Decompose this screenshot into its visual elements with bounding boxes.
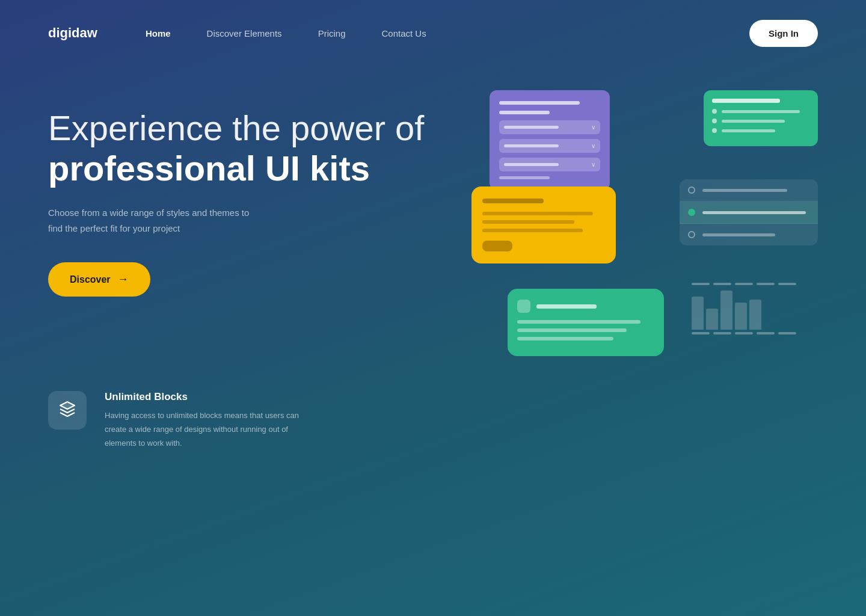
mockup-line-2	[499, 111, 550, 114]
hero-section: Experience the power of professional UI …	[0, 66, 866, 379]
radio-item-2	[680, 202, 818, 224]
mockup-yellow-card	[471, 186, 616, 263]
brand-logo[interactable]: digidaw	[48, 25, 97, 41]
green-header-bar	[712, 99, 780, 103]
radio-item-1	[680, 179, 818, 202]
green-row-3	[712, 128, 809, 133]
bar-3	[720, 291, 732, 330]
bar-5	[749, 300, 761, 330]
feature-content: Unlimited Blocks Having access to unlimi…	[105, 391, 309, 450]
bar-4	[735, 303, 747, 330]
chart-row-1	[692, 283, 818, 285]
signin-button[interactable]: Sign In	[749, 20, 818, 47]
hero-title-bold: professional UI kits	[48, 149, 471, 189]
green-row-1	[712, 109, 809, 114]
feature-icon-container	[48, 391, 87, 430]
green-bottom-header	[517, 300, 654, 313]
nav-discover[interactable]: Discover Elements	[207, 28, 282, 38]
navbar: digidaw Home Discover Elements Pricing C…	[0, 0, 866, 66]
chart-row-2	[692, 332, 818, 334]
mockup-green-bottom-card	[508, 289, 664, 356]
features-section: Unlimited Blocks Having access to unlimi…	[0, 379, 866, 486]
chart-bars	[692, 288, 818, 330]
mockup-green-card	[704, 90, 818, 146]
yellow-title-bar	[482, 199, 544, 203]
mockup-bottom-line	[499, 176, 550, 179]
arrow-icon: →	[118, 273, 129, 286]
hero-subtitle: Choose from a wide range of styles and t…	[48, 205, 471, 236]
bar-2	[706, 309, 718, 330]
discover-button[interactable]: Discover →	[48, 262, 150, 297]
radio-circle-2-active	[688, 209, 695, 216]
nav-contact[interactable]: Contact Us	[381, 28, 426, 38]
yellow-button-bar	[482, 241, 512, 251]
nav-links: Home Discover Elements Pricing Contact U…	[146, 28, 749, 38]
mockup-dropdown-1: ∨	[499, 120, 600, 134]
mockup-dropdown-3: ∨	[499, 158, 600, 171]
hero-title-light: Experience the power of	[48, 108, 424, 147]
layers-icon	[58, 399, 77, 421]
green-bottom-icon	[517, 300, 530, 313]
radio-circle-3	[688, 231, 695, 238]
discover-label: Discover	[70, 274, 111, 285]
nav-home[interactable]: Home	[146, 28, 171, 38]
hero-left: Experience the power of professional UI …	[48, 90, 471, 343]
mockup-dropdown-2: ∨	[499, 139, 600, 153]
feature-title: Unlimited Blocks	[105, 391, 309, 403]
feature-description: Having access to unlimited blocks means …	[105, 409, 309, 450]
hero-title: Experience the power of professional UI …	[48, 108, 471, 188]
hero-mockups: ∨ ∨ ∨	[471, 90, 818, 343]
mockup-line-1	[499, 101, 580, 105]
bar-1	[692, 297, 704, 330]
mockup-chart	[692, 277, 818, 343]
radio-item-3	[680, 224, 818, 245]
green-row-2	[712, 119, 809, 123]
mockup-form-card: ∨ ∨ ∨	[490, 90, 610, 190]
mockup-radio-list	[680, 179, 818, 245]
radio-circle-1	[688, 186, 695, 194]
nav-pricing[interactable]: Pricing	[318, 28, 346, 38]
green-bottom-title	[536, 304, 597, 309]
